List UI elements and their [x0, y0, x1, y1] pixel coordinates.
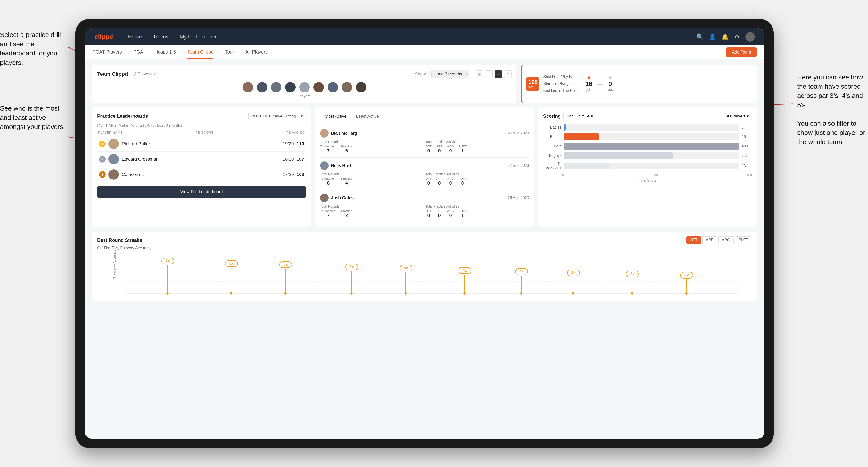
- player-avatar-4[interactable]: [285, 82, 296, 93]
- svg-point-45: [685, 292, 687, 294]
- svg-point-25: [404, 292, 407, 294]
- team-header-card: Team Clippd 14 Players ✎ Show: Last 3 mo…: [92, 65, 516, 102]
- shot-badge-sub: SC: [528, 85, 537, 89]
- view-full-leaderboard-button[interactable]: View Full Leaderboard: [97, 186, 306, 198]
- players-label: Players: [299, 94, 310, 98]
- pa-ott-2: OTT 0: [426, 177, 432, 186]
- leaderboard-filter-dropdown[interactable]: PUTT Must Make Putting... ▾: [248, 112, 306, 120]
- scoring-player-filter[interactable]: All Players ▾: [724, 112, 752, 120]
- subnav-hcaps[interactable]: Hcaps 1-5: [154, 45, 176, 59]
- player-avatar-3[interactable]: [271, 82, 282, 93]
- streaks-y-label: % Fairway Accuracy: [113, 250, 116, 280]
- tablet-frame: clippd Home Teams My Performance 🔍 👤 🔔 ⚙…: [75, 19, 774, 448]
- bar-track-bogeys: [564, 152, 739, 159]
- leaderboard-row-3[interactable]: 3 Cameron... 17/20 103: [97, 167, 306, 182]
- subnav-pga[interactable]: PGA: [133, 45, 143, 59]
- active-players-card: Most Active Least Active Blair McHarg 26…: [315, 107, 533, 227]
- pa-rounds-values-2: Tournament 8 Practice 4: [320, 177, 424, 186]
- player-avatar-9[interactable]: [355, 82, 367, 93]
- edit-icon[interactable]: ✎: [154, 72, 157, 76]
- player-avg-lb-2: 107: [297, 157, 304, 162]
- player-avatar-5[interactable]: [299, 82, 310, 93]
- pa-name-1: Blair McHarg: [331, 131, 505, 136]
- player-avatar-6[interactable]: [313, 82, 324, 93]
- pa-arg-3: ARG 0: [447, 209, 454, 218]
- svg-point-41: [631, 292, 633, 294]
- tab-least-active[interactable]: Least Active: [351, 112, 383, 121]
- card-view-icon[interactable]: ▤: [495, 70, 502, 78]
- subnav-allplayers[interactable]: All Players: [245, 45, 268, 59]
- player-avg-lb-3: 103: [297, 172, 304, 177]
- svg-point-13: [230, 292, 232, 294]
- bar-label-bogeys: Bogeys: [545, 154, 562, 158]
- svg-text:6x: 6x: [229, 261, 234, 266]
- nav-home[interactable]: Home: [128, 34, 142, 40]
- player-avatar-1[interactable]: [242, 82, 253, 93]
- team-players-center: Players: [97, 82, 512, 98]
- sfbtn-arg[interactable]: ARG: [718, 236, 734, 244]
- sfbtn-ott[interactable]: OTT: [686, 236, 701, 244]
- sfbtn-app[interactable]: APP: [703, 236, 717, 244]
- nav-myperformance[interactable]: My Performance: [180, 34, 218, 40]
- settings-icon[interactable]: ⚙: [735, 33, 740, 40]
- bar-val-pars: 499: [742, 144, 750, 148]
- pa-practice-label-2: Total Practice Activities: [426, 172, 529, 176]
- subnav-teamclippd[interactable]: Team Clippd: [187, 45, 214, 59]
- streaks-subtitle: Off The Tee, Fairway Accuracy: [97, 246, 752, 250]
- player-name-lb-2: Edward Crossman: [122, 157, 280, 162]
- shot-detail: Shot Dist: 16 yds Start Lie: Rough End L…: [543, 73, 578, 94]
- bar-fill-pars: [564, 143, 739, 150]
- leaderboard-row-2[interactable]: 2 Edward Crossman 18/20 107: [97, 152, 306, 167]
- streaks-header: Best Round Streaks OTT APP ARG PUTT: [97, 236, 752, 244]
- tablet-screen: clippd Home Teams My Performance 🔍 👤 🔔 ⚙…: [85, 28, 764, 439]
- pa-practice-values-2: OTT 0 APP 0 ARG 0: [426, 177, 529, 186]
- tab-most-active[interactable]: Most Active: [320, 112, 351, 121]
- table-view-icon[interactable]: ≡: [504, 70, 512, 78]
- search-icon[interactable]: 🔍: [696, 33, 703, 40]
- streaks-chart-svg: 7x 6x 6x: [116, 253, 747, 296]
- grid-view-icon[interactable]: ⊞: [476, 70, 483, 78]
- shot-val-1: 16: [585, 80, 592, 88]
- subnav-pgat[interactable]: PGAT Players: [92, 45, 122, 59]
- drill-subtitle: PUTT Must Make Putting (3-6 ft), Last 3 …: [97, 123, 306, 128]
- player-activity-header-2: Rees Britt 02 Sep 2023: [320, 161, 529, 170]
- pa-tournament-3: Tournament 7: [320, 209, 336, 218]
- leaderboard-row-1[interactable]: 1 Richard Butler 19/20 110: [97, 136, 306, 152]
- player-avatar-8[interactable]: [341, 82, 352, 93]
- nav-teams[interactable]: Teams: [153, 34, 168, 40]
- pa-total-rounds-label-1: Total Rounds: [320, 140, 424, 144]
- bell-icon[interactable]: 🔔: [722, 33, 729, 40]
- player-avg-lb-1: 110: [297, 141, 304, 147]
- bar-track-birdies: [564, 133, 739, 140]
- team-avatars: [242, 82, 367, 93]
- list-view-icon[interactable]: ☰: [485, 70, 493, 78]
- nav-items: Home Teams My Performance: [128, 34, 696, 40]
- svg-text:3x: 3x: [684, 273, 689, 277]
- bar-fill-eagles: [564, 124, 566, 131]
- content-grid: Practice Leaderboards PUTT Must Make Put…: [92, 107, 757, 227]
- add-team-button[interactable]: Add Team: [726, 48, 757, 57]
- user-icon[interactable]: 👤: [709, 33, 716, 40]
- pa-rounds-values-3: Tournament 7 Practice 2: [320, 209, 424, 218]
- player-activity-header-1: Blair McHarg 26 Aug 2023: [320, 129, 529, 137]
- team-header-right: Show: Last 3 months ⊞ ☰ ▤ ≡: [415, 70, 512, 78]
- pa-practice-3: Practice 2: [341, 209, 352, 218]
- player-avatar-7[interactable]: [327, 82, 338, 93]
- shot-circle-1: 16 yds: [585, 76, 592, 92]
- rank-badge-2: 2: [99, 156, 106, 162]
- streaks-section: Best Round Streaks OTT APP ARG PUTT Off …: [92, 231, 757, 302]
- scoring-card: Scoring Par 3, 4 & 5s ▾ All Players ▾: [538, 107, 757, 227]
- shot-connector: —: [597, 81, 603, 87]
- team-player-count: 14 Players: [132, 72, 152, 76]
- leaderboard-table-header: PLAYER NAME PB SCORE PB AVG SQ: [97, 131, 306, 134]
- sfbtn-putt[interactable]: PUTT: [735, 236, 752, 244]
- player-avatar-2[interactable]: [256, 82, 268, 93]
- team-header-left: Team Clippd 14 Players ✎: [97, 71, 157, 77]
- scoring-header: Scoring Par 3, 4 & 5s ▾ All Players ▾: [543, 112, 752, 120]
- avatar[interactable]: U: [745, 32, 755, 41]
- pa-putt-1: PUTT 1: [459, 145, 467, 154]
- subnav-tour[interactable]: Tour: [225, 45, 234, 59]
- player-name-lb-3: Cameron...: [122, 172, 280, 177]
- show-period-select[interactable]: Last 3 months: [431, 70, 469, 78]
- scoring-par-filter[interactable]: Par 3, 4 & 5s ▾: [563, 112, 596, 120]
